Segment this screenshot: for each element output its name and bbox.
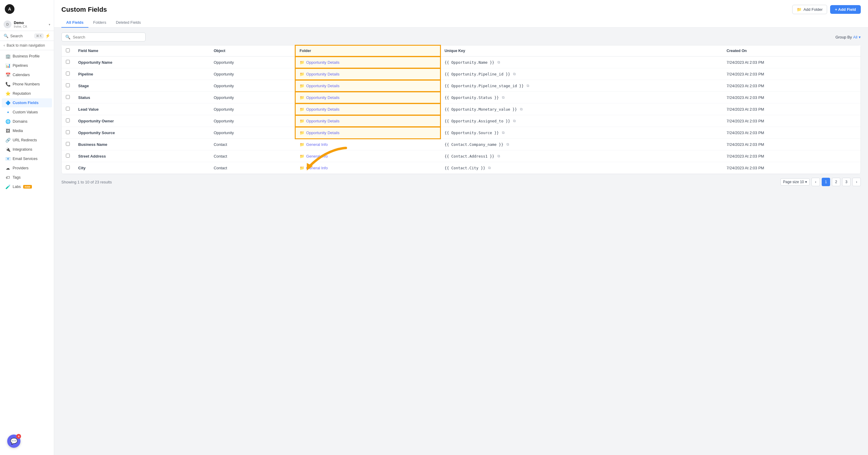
field-name-cell: Opportunity Owner — [74, 115, 209, 127]
sidebar-item-label: Domains — [12, 119, 27, 124]
tab-all-fields[interactable]: All Fields — [61, 18, 88, 28]
row-checkbox[interactable] — [66, 165, 70, 169]
add-field-button[interactable]: + Add Field — [830, 5, 861, 14]
sidebar-item-label: Tags — [12, 175, 21, 180]
object-cell: Contact — [209, 150, 296, 162]
search-input[interactable] — [73, 35, 142, 39]
row-checkbox[interactable] — [66, 71, 70, 75]
folder-name: General Info — [306, 166, 328, 170]
business-profile-icon: 🏢 — [5, 54, 10, 59]
sidebar-item-integrations[interactable]: 🔌 Integrations — [2, 145, 52, 154]
row-checkbox[interactable] — [66, 60, 70, 64]
table-row: City Contact 📁 General Info {{ Contact.C… — [62, 162, 861, 174]
unique-key-value: {{ Opportunity.Assigned_to }} — [444, 119, 510, 123]
folder-plus-icon: 📁 — [797, 7, 802, 12]
sidebar-item-media[interactable]: 🖼 Media — [2, 126, 52, 135]
search-input-wrap[interactable]: 🔍 — [61, 32, 146, 41]
sidebar-logo: A — [0, 0, 54, 18]
next-page-button[interactable]: › — [852, 178, 861, 186]
folder-cell: 📁 General Info — [296, 150, 440, 162]
lightning-icon[interactable]: ⚡ — [45, 33, 50, 38]
content-area: 🔍 Group By All ▾ Field Name Object — [54, 28, 868, 455]
created-on-cell: 7/24/2023 At 2:03 PM — [722, 92, 861, 103]
tab-deleted-fields[interactable]: Deleted Fields — [111, 18, 146, 28]
prev-page-button[interactable]: ‹ — [811, 178, 820, 186]
row-checkbox[interactable] — [66, 154, 70, 158]
copy-key-button[interactable]: ⧉ — [519, 107, 523, 112]
unique-key-cell: {{ Opportunity.Assigned_to }} ⧉ — [440, 115, 722, 127]
media-icon: 🖼 — [5, 128, 10, 133]
folder-cell: 📁 Opportunity Details — [296, 115, 440, 127]
sidebar-item-labs[interactable]: 🧪 Labs new — [2, 182, 52, 191]
folder-header: Folder — [296, 46, 440, 57]
page-3-button[interactable]: 3 — [842, 178, 850, 186]
account-selector[interactable]: D Demo Irvine, CA ▾ — [0, 18, 54, 31]
row-checkbox-cell — [62, 115, 74, 127]
showing-results: Showing 1 to 10 of 23 results — [61, 180, 112, 184]
object-header: Object — [209, 46, 296, 57]
sidebar-item-pipelines[interactable]: 📊 Pipelines — [2, 61, 52, 70]
row-checkbox[interactable] — [66, 130, 70, 134]
row-checkbox[interactable] — [66, 83, 70, 87]
copy-key-button[interactable]: ⧉ — [488, 165, 491, 171]
page-2-button[interactable]: 2 — [832, 178, 840, 186]
sidebar-item-label: Phone Numbers — [12, 82, 40, 86]
group-by-control[interactable]: Group By All ▾ — [836, 35, 861, 39]
sidebar-item-calendars[interactable]: 📅 Calendars — [2, 70, 52, 80]
back-nav[interactable]: ‹ Back to main navigation — [0, 41, 54, 50]
copy-key-button[interactable]: ⧉ — [501, 95, 505, 100]
select-all-checkbox[interactable] — [66, 49, 70, 52]
copy-key-button[interactable]: ⧉ — [506, 142, 510, 147]
sidebar-item-reputation[interactable]: ⭐ Reputation — [2, 89, 52, 98]
copy-key-button[interactable]: ⧉ — [526, 83, 530, 88]
created-on-cell: 7/24/2023 At 2:03 PM — [722, 162, 861, 174]
chevron-down-icon: ▾ — [49, 23, 50, 26]
table-row: Opportunity Source Opportunity 📁 Opportu… — [62, 127, 861, 139]
copy-key-button[interactable]: ⧉ — [501, 130, 505, 135]
row-checkbox[interactable] — [66, 107, 70, 111]
sidebar-item-custom-fields[interactable]: 🔷 Custom Fields — [2, 98, 52, 108]
row-checkbox[interactable] — [66, 95, 70, 99]
group-by-value[interactable]: All — [853, 35, 858, 39]
table-row: Lead Value Opportunity 📁 Opportunity Det… — [62, 103, 861, 115]
chat-bubble[interactable]: 💬 4 — [7, 434, 21, 448]
unique-key-value: {{ Opportunity.Status }} — [444, 95, 499, 100]
sidebar-item-email-services[interactable]: 📧 Email Services — [2, 154, 52, 163]
sidebar-item-phone-numbers[interactable]: 📞 Phone Numbers — [2, 80, 52, 89]
sidebar-item-label: Reputation — [12, 91, 31, 96]
folder-icon: 📁 — [300, 119, 304, 123]
copy-key-button[interactable]: ⧉ — [497, 60, 501, 65]
search-bar[interactable]: 🔍 Search ⌘ K ⚡ — [0, 31, 54, 41]
copy-key-button[interactable]: ⧉ — [513, 118, 517, 124]
add-folder-button[interactable]: 📁 Add Folder — [792, 5, 827, 14]
page-title: Custom Fields — [61, 6, 107, 13]
sidebar-item-providers[interactable]: ☁ Providers — [2, 163, 52, 173]
chat-badge: 4 — [16, 434, 21, 439]
sidebar-item-business-profile[interactable]: 🏢 Business Profile — [2, 52, 52, 61]
page-1-button[interactable]: 1 — [822, 178, 830, 186]
row-checkbox-cell — [62, 150, 74, 162]
page-header: Custom Fields 📁 Add Folder + Add Field A… — [54, 0, 868, 28]
row-checkbox[interactable] — [66, 142, 70, 146]
sidebar-item-url-redirects[interactable]: 🔗 URL Redirects — [2, 135, 52, 145]
sidebar-item-domains[interactable]: 🌐 Domains — [2, 117, 52, 126]
reputation-icon: ⭐ — [5, 91, 10, 96]
chevron-left-icon: ‹ — [4, 43, 5, 48]
copy-key-button[interactable]: ⧉ — [513, 71, 517, 77]
account-name: Demo — [14, 21, 46, 25]
sidebar-item-custom-values[interactable]: 🔹 Custom Values — [2, 108, 52, 117]
row-checkbox[interactable] — [66, 119, 70, 122]
copy-key-button[interactable]: ⧉ — [497, 153, 501, 159]
custom-fields-icon: 🔷 — [5, 100, 10, 105]
sidebar-item-tags[interactable]: 🏷 Tags — [2, 173, 52, 182]
unique-key-value: {{ Contact.Company_name }} — [444, 142, 503, 147]
object-cell: Opportunity — [209, 57, 296, 68]
created-on-cell: 7/24/2023 At 2:03 PM — [722, 103, 861, 115]
tabs: All Fields Folders Deleted Fields — [61, 18, 861, 27]
folder-cell: 📁 Opportunity Details — [296, 57, 440, 68]
labs-icon: 🧪 — [5, 184, 10, 189]
object-cell: Opportunity — [209, 115, 296, 127]
page-size-select[interactable]: Page size 10 ▾ — [780, 178, 810, 186]
tab-folders[interactable]: Folders — [88, 18, 111, 28]
field-name-cell: City — [74, 162, 209, 174]
